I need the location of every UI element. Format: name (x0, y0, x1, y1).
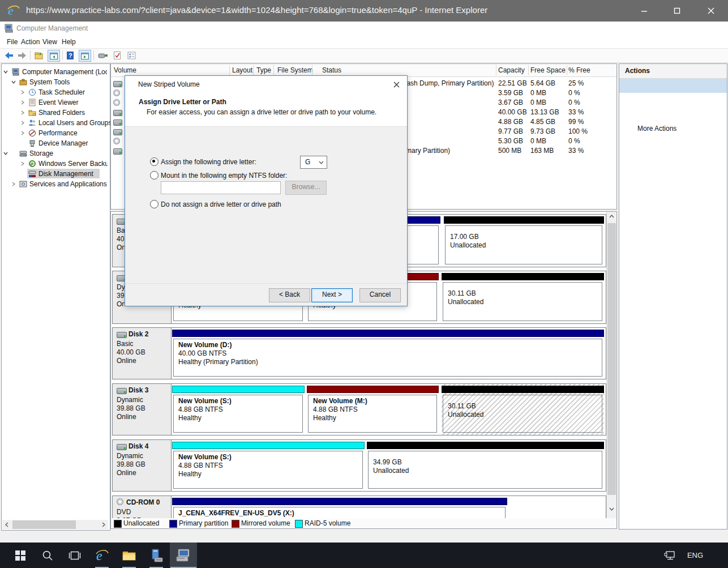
language-indicator[interactable]: ENG (682, 543, 709, 568)
chevron-right-icon[interactable] (20, 89, 25, 95)
dialog-close-icon[interactable] (390, 79, 402, 90)
volume-free: 4.85 GB (530, 117, 555, 127)
menu-action[interactable]: Action (19, 37, 42, 46)
drive-letter-dropdown[interactable]: G (300, 156, 327, 169)
col-file-system[interactable]: File System (277, 66, 313, 74)
partition-color-bar (367, 442, 604, 449)
radio-mount-ntfs-folder[interactable] (150, 171, 159, 180)
action-pane-toggle-icon[interactable] (79, 50, 91, 62)
tree-item-computer-management[interactable]: Computer Management (Local (2, 67, 110, 77)
scroll-down-icon[interactable] (609, 507, 617, 516)
col-status[interactable]: Status (322, 66, 341, 74)
mount-folder-input[interactable] (161, 181, 281, 194)
tree-item-storage[interactable]: Storage (2, 148, 110, 159)
next-button[interactable]: Next > (311, 288, 353, 302)
disk-tool-icon[interactable] (97, 50, 109, 61)
col-volume[interactable]: Volume (114, 66, 136, 74)
cancel-button[interactable]: Cancel (359, 288, 401, 302)
tree-item-performance[interactable]: Performance (2, 128, 110, 138)
tree-item-disk-management[interactable]: Disk Management (2, 169, 110, 179)
legend-bar: Unallocated Primary partition Mirrored v… (110, 518, 617, 529)
checklist-icon[interactable] (126, 50, 137, 61)
tree-item-shared-folders[interactable]: 23 Shared Folders (2, 108, 110, 118)
col-free-space[interactable]: Free Space (530, 66, 566, 74)
disk2-label[interactable]: Disk 2 Basic 40.00 GB Online (113, 328, 172, 379)
tree-item-label: Disk Management (38, 170, 93, 178)
partition-volume-s[interactable]: New Volume (S:) 4.88 GB NTFS Healthy (172, 440, 365, 491)
scroll-left-icon[interactable] (5, 522, 9, 527)
menu-file[interactable]: File (5, 37, 20, 46)
actions-group-disk-management[interactable]: Disk Management (619, 79, 727, 93)
chevron-right-icon[interactable] (20, 120, 25, 126)
disk3-label[interactable]: Disk 3 Dynamic 39.88 GB Online (113, 384, 172, 435)
computer-management-icon (176, 549, 191, 562)
console-tree-panel: Computer Management (Local System Tools … (1, 63, 110, 531)
tree-item-local-users-and-groups[interactable]: Local Users and Groups (2, 118, 110, 128)
col-capacity[interactable]: Capacity (498, 66, 525, 74)
tree-item-event-viewer[interactable]: Event Viewer (2, 97, 110, 108)
disk-type: Dynamic (117, 452, 143, 460)
radio-no-drive-letter[interactable] (150, 200, 159, 208)
check-document-icon[interactable] (112, 50, 123, 61)
scrollbar-thumb[interactable] (607, 223, 616, 495)
disk4-label[interactable]: Disk 4 Dynamic 39.88 GB Online (113, 440, 172, 491)
chevron-right-icon[interactable] (20, 100, 25, 105)
tree-item-services-and-applications[interactable]: Services and Applications (2, 179, 110, 189)
console-tree-toggle-icon[interactable] (48, 50, 60, 62)
help-icon[interactable]: ? (65, 50, 76, 61)
ie-minimize-button[interactable] (631, 0, 657, 22)
browse-button[interactable]: Browse... (285, 181, 327, 195)
taskbar-ie-button[interactable]: e (88, 543, 115, 568)
disk-view-scrollbar[interactable] (606, 212, 616, 519)
partition-unallocated-selected[interactable]: 30.11 GB Unallocated (442, 384, 604, 435)
partition-volume-d[interactable]: New Volume (D:) 40.00 GB NTFS Healthy (P… (172, 328, 604, 379)
radio-mount-label[interactable]: Mount in the following empty NTFS folder… (161, 172, 287, 180)
menu-view[interactable]: View (40, 37, 59, 46)
radio-assign-label[interactable]: Assign the following drive letter: (161, 158, 256, 166)
partition-volume-m[interactable]: New Volume (M:) 4.88 GB NTFS Healthy (307, 384, 439, 435)
network-tray-button[interactable] (660, 543, 679, 568)
partition-unallocated[interactable]: 30.11 GB Unallocated (442, 271, 604, 323)
back-button[interactable]: < Back (269, 288, 310, 302)
ie-close-button[interactable] (698, 0, 724, 22)
chevron-right-icon[interactable] (20, 110, 25, 116)
radio-assign-drive-letter[interactable] (150, 157, 159, 166)
col-type[interactable]: Type (256, 66, 271, 74)
chevron-right-icon[interactable] (20, 161, 25, 166)
scroll-right-icon[interactable] (101, 522, 106, 527)
tree-item-device-manager[interactable]: Device Manager (2, 138, 110, 148)
col-layout[interactable]: Layout (232, 66, 252, 74)
disk-type: Basic (117, 340, 133, 348)
tree-item-windows-server-backup[interactable]: Windows Server Backup (2, 159, 110, 169)
task-view-button[interactable] (61, 543, 88, 568)
start-button[interactable] (7, 543, 34, 568)
cdrom0-label[interactable]: CD-ROM 0 DVD 3.67 GB (113, 496, 172, 519)
tree-item-system-tools[interactable]: System Tools (2, 77, 110, 87)
actions-more-actions[interactable]: More Actions (619, 93, 727, 107)
ie-maximize-button[interactable] (664, 0, 690, 22)
partition-unallocated[interactable]: 34.99 GB Unallocated (367, 440, 604, 491)
taskbar-computer-management-button[interactable] (170, 543, 197, 568)
tree-item-task-scheduler[interactable]: Task Scheduler (2, 87, 110, 97)
chevron-down-icon[interactable] (3, 69, 8, 75)
export-list-icon[interactable] (33, 50, 45, 61)
cm-title: Computer Management (16, 24, 88, 32)
chevron-right-icon[interactable] (20, 130, 25, 136)
scrollbar-thumb[interactable] (12, 520, 76, 529)
chevron-down-icon[interactable] (3, 151, 8, 156)
menu-help[interactable]: Help (59, 37, 78, 46)
taskbar-server-manager-button[interactable] (143, 543, 170, 568)
taskbar-search-button[interactable] (34, 543, 61, 568)
tree-horizontal-scrollbar[interactable] (2, 520, 108, 529)
chevron-right-icon[interactable] (11, 181, 16, 187)
forward-icon[interactable] (16, 50, 28, 61)
taskbar-file-explorer-button[interactable] (115, 543, 143, 568)
radio-none-label[interactable]: Do not assign a drive letter or drive pa… (161, 200, 281, 208)
partition-volume-s[interactable]: New Volume (S:) 4.88 GB NTFS Healthy (172, 384, 305, 435)
partition-unallocated[interactable]: 17.00 GB Unallocated (444, 215, 604, 267)
chevron-down-icon[interactable] (11, 79, 16, 85)
partition-dvd-x[interactable]: J_CENA_X64FREV_EN-US_DV5 (X:) (172, 496, 507, 519)
col-pct-free[interactable]: % Free (568, 66, 590, 74)
scroll-up-icon[interactable] (609, 214, 617, 224)
back-icon[interactable] (3, 50, 15, 61)
